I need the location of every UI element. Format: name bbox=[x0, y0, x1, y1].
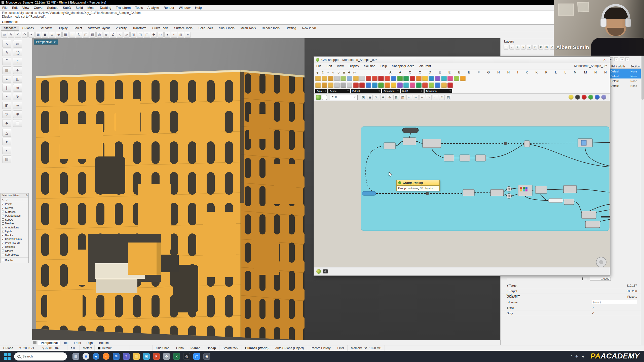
gh-node[interactable] bbox=[463, 189, 474, 196]
filter-tool-icon[interactable]: ↖ bbox=[2, 198, 4, 201]
gh-plugin-tab-n[interactable]: N bbox=[594, 70, 597, 74]
checkbox-point-clouds[interactable]: ✓ bbox=[2, 242, 4, 244]
gh-plugin-tab-h[interactable]: H bbox=[507, 70, 510, 74]
status-ortho[interactable]: Ortho bbox=[173, 345, 187, 351]
toolbar-tab-visibility[interactable]: Visibility bbox=[113, 26, 130, 31]
gh-component-icon[interactable] bbox=[385, 83, 390, 88]
settings-icon[interactable]: ⚙ bbox=[163, 353, 170, 360]
layers-strip-icon[interactable]: ≡ bbox=[625, 57, 629, 61]
canvas-toolbar-icon[interactable]: ⊙ bbox=[387, 95, 392, 100]
gh-component-icon[interactable] bbox=[441, 83, 447, 88]
gh-plugin-tab-m[interactable]: M bbox=[584, 70, 587, 74]
sidebar-tool-icon[interactable]: # bbox=[13, 58, 22, 65]
toolbar-icon[interactable]: ▱ bbox=[124, 32, 130, 38]
photos-icon[interactable]: ▣ bbox=[143, 353, 150, 360]
menu-render[interactable]: Render bbox=[161, 5, 177, 11]
sidebar-tool-icon[interactable]: ▽ bbox=[2, 110, 11, 118]
gh-menu-file[interactable]: File bbox=[314, 63, 324, 69]
toolbar-tab-viewport-layout[interactable]: Viewport Layout bbox=[85, 26, 113, 31]
toolbar-icon[interactable]: ▭ bbox=[1, 32, 7, 38]
toolbar-icon[interactable]: ↷ bbox=[22, 32, 28, 38]
menu-help[interactable]: Help bbox=[193, 5, 204, 11]
gh-plugin-tab-h[interactable]: H bbox=[497, 70, 500, 74]
gh-component-icon[interactable] bbox=[340, 83, 346, 88]
gh-node[interactable] bbox=[490, 189, 504, 196]
canvas-toolbar-icon[interactable]: ♡ bbox=[426, 95, 432, 100]
layer-row[interactable]: ▸DefaultNone bbox=[607, 74, 641, 78]
gh-component-icon[interactable] bbox=[435, 76, 440, 81]
gh-component-icon[interactable] bbox=[334, 76, 340, 81]
layers-toolbar-icon[interactable]: ▼ bbox=[533, 45, 537, 50]
grasshopper-canvas[interactable]: Group (Rules) Group containing 33 object… bbox=[314, 101, 610, 267]
menu-tools[interactable]: Tools bbox=[133, 5, 145, 11]
note-tool-button[interactable] bbox=[322, 95, 327, 100]
status-gumball-world[interactable]: Gumball (World) bbox=[242, 345, 272, 351]
checkbox-curves[interactable]: ✓ bbox=[2, 207, 4, 209]
status-osnap[interactable]: Osnap bbox=[203, 345, 219, 351]
layers-toolbar-icon[interactable]: ✎ bbox=[515, 45, 520, 50]
gear-icon[interactable]: ⊙ bbox=[26, 194, 28, 197]
toolbar-icon[interactable]: ↶ bbox=[15, 32, 21, 38]
menu-drafting[interactable]: Drafting bbox=[98, 5, 114, 11]
viewport-tab-right[interactable]: Right bbox=[84, 341, 96, 345]
gh-component-icon[interactable] bbox=[378, 83, 384, 88]
sidebar-tool-icon[interactable]: ↻ bbox=[13, 93, 22, 100]
status-memory-use-1028-mb[interactable]: Memory use: 1028 MB bbox=[348, 345, 385, 351]
status-planar[interactable]: Planar bbox=[187, 345, 203, 351]
filter-tool-icon[interactable]: ▽ bbox=[6, 198, 8, 201]
sidebar-tool-icon[interactable]: △ bbox=[2, 129, 11, 137]
viewport-title-tab[interactable]: Perspective bbox=[34, 39, 58, 45]
toolbar-icon[interactable]: ● bbox=[164, 32, 170, 38]
gh-plugin-tab-k[interactable]: K bbox=[526, 70, 528, 74]
gh-plugin-tab-e[interactable]: E bbox=[458, 70, 461, 74]
gh-tab-icon[interactable]: ✚ bbox=[347, 70, 351, 75]
toolbar-tab-cplanes[interactable]: CPlanes bbox=[19, 26, 37, 31]
canvas-toolbar-icon[interactable]: ✂ bbox=[420, 95, 425, 100]
menu-analyze[interactable]: Analyze bbox=[145, 5, 161, 11]
gh-tab-icon[interactable]: ▦ bbox=[342, 70, 346, 75]
gh-component-icon[interactable] bbox=[359, 76, 365, 81]
status-default[interactable]: Default bbox=[95, 345, 130, 351]
toolbar-tab-set-view[interactable]: Set View bbox=[37, 26, 55, 31]
command-history[interactable]: File successfully saved as H:\New\PAacad… bbox=[0, 11, 644, 19]
gh-component-icon[interactable] bbox=[378, 76, 384, 81]
gh-component-icon[interactable] bbox=[441, 76, 447, 81]
gh-component-icon[interactable] bbox=[410, 83, 415, 88]
gh-tab-icon[interactable]: ◆ bbox=[315, 70, 320, 75]
maximize-button[interactable]: ▢ bbox=[592, 57, 600, 62]
outlook-icon[interactable]: ✉ bbox=[113, 353, 120, 360]
sidebar-tool-icon[interactable]: ☰ bbox=[13, 119, 22, 127]
viewport-tab-front[interactable]: Front bbox=[71, 341, 84, 345]
checkbox-lights[interactable]: ✓ bbox=[2, 230, 4, 232]
slider-value[interactable]: 1.0000 bbox=[590, 277, 611, 281]
gh-component-icon[interactable] bbox=[315, 83, 321, 88]
gh-component-icon[interactable] bbox=[340, 76, 346, 81]
checkbox-hatches[interactable]: ✓ bbox=[2, 246, 4, 248]
display-toggle-icon[interactable] bbox=[588, 95, 593, 100]
toolbar-icon[interactable]: ∠ bbox=[110, 32, 116, 38]
column-section[interactable]: Section bbox=[630, 65, 640, 68]
selection-filters-header[interactable]: Selection Filters ⊙ bbox=[1, 193, 28, 197]
toolbar-icon[interactable]: ▥ bbox=[178, 32, 184, 38]
scrollbar-thumb[interactable] bbox=[641, 54, 644, 100]
gh-node[interactable] bbox=[585, 221, 600, 228]
gh-node[interactable] bbox=[384, 143, 395, 149]
minimize-button[interactable]: – bbox=[584, 57, 591, 62]
toolbar-icon[interactable]: ◇ bbox=[158, 32, 164, 38]
toolbar-icon[interactable]: ◐ bbox=[171, 32, 177, 38]
gh-menu-edit[interactable]: Edit bbox=[324, 63, 334, 69]
toolbar-icon[interactable]: ⇔ bbox=[69, 32, 75, 38]
gh-plugin-tab-n[interactable]: N bbox=[604, 70, 607, 74]
toolbar-tab-transform[interactable]: Transform bbox=[130, 26, 149, 31]
gh-component-icon[interactable] bbox=[454, 76, 459, 81]
canvas-toolbar-icon[interactable]: ▣ bbox=[361, 95, 366, 100]
gh-node-value-capsule[interactable] bbox=[548, 198, 563, 203]
gh-plugin-tab-k[interactable]: K bbox=[536, 70, 538, 74]
gh-plugin-tab-e[interactable]: E bbox=[468, 70, 470, 74]
layers-toolbar-icon[interactable]: ▿ bbox=[509, 45, 514, 50]
menu-solid[interactable]: Solid bbox=[73, 5, 85, 11]
status-z-0[interactable]: z 0 bbox=[67, 345, 80, 351]
menu-file[interactable]: File bbox=[0, 5, 10, 11]
sidebar-tool-icon[interactable]: ✱ bbox=[13, 110, 22, 118]
gh-component-icon[interactable] bbox=[391, 76, 396, 81]
